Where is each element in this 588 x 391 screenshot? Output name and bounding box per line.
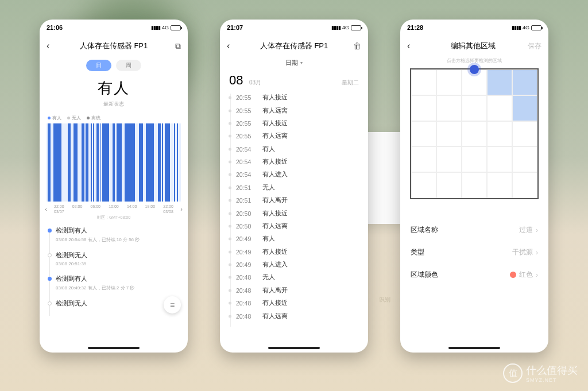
toggle-day[interactable]: 日 (86, 60, 111, 71)
event-item[interactable]: 检测到有人03/08 20:54:58 有人，已持续 10 分 56 秒 (48, 226, 180, 251)
day-number: 08 (229, 73, 243, 87)
chevron-down-icon: ▾ (300, 60, 303, 65)
network-label: 4G (162, 25, 169, 30)
zone-cell[interactable] (462, 172, 487, 198)
chart-legend: 有人 无人 离线 (40, 108, 188, 123)
zone-cell[interactable] (462, 121, 487, 147)
zone-cell[interactable] (411, 146, 436, 172)
zone-cell[interactable] (411, 69, 436, 95)
presence-chart[interactable] (47, 123, 181, 202)
delete-icon[interactable]: 🗑 (350, 41, 361, 51)
zone-cell[interactable] (487, 69, 512, 95)
log-list[interactable]: 20:55有人接近20:55有人远离20:55有人接近20:55有人远离20:5… (220, 91, 368, 327)
zone-cell[interactable] (411, 121, 436, 147)
home-indicator[interactable] (88, 347, 140, 349)
status-time: 21:06 (47, 24, 63, 31)
zone-cell[interactable] (462, 146, 487, 172)
event-item[interactable]: 检测到无人 (48, 299, 180, 316)
day-header: 08 03月 星期二 (220, 73, 368, 91)
event-item[interactable]: 检测到有人03/08 20:49:32 有人，已持续 2 分 7 秒 (48, 274, 180, 299)
signal-icon: ▮▮▮▮ (331, 25, 341, 30)
zone-cell[interactable] (512, 69, 537, 95)
zone-cell[interactable] (436, 172, 462, 198)
battery-icon (351, 25, 361, 30)
setting-zone-name[interactable]: 区域名称 过道› (411, 219, 538, 241)
color-swatch (510, 272, 516, 278)
date-filter[interactable]: 日期▾ (220, 59, 368, 67)
axis-prev[interactable]: ‹ (42, 206, 50, 212)
axis-next[interactable]: › (177, 206, 185, 212)
signal-icon: ▮▮▮▮ (151, 25, 160, 30)
watermark-badge: 值 (503, 363, 523, 383)
zone-settings: 区域名称 过道› 类型 干扰源› 区域颜色 红色› (400, 219, 548, 286)
battery-icon (171, 25, 181, 30)
zone-cell[interactable] (487, 146, 512, 172)
phone-1: 21:06 ▮▮▮▮ 4G ‹ 人体存在传感器 FP1 ⧉ 日 周 有人 最新状… (40, 20, 188, 353)
battery-icon (531, 25, 541, 30)
back-icon[interactable]: ‹ (407, 41, 419, 51)
sensor-beacon-icon (470, 65, 479, 74)
log-item: 20:49有人进入 (229, 258, 359, 271)
page-title: 人体存在传感器 FP1 (238, 41, 350, 51)
setting-zone-color[interactable]: 区域颜色 红色› (411, 264, 538, 286)
back-icon[interactable]: ‹ (227, 41, 238, 51)
status-bar: 21:06 ▮▮▮▮ 4G (40, 20, 188, 36)
home-indicator[interactable] (448, 347, 500, 349)
share-icon[interactable]: ⧉ (169, 41, 181, 51)
range-toggle: 日 周 (40, 60, 188, 71)
zone-cell[interactable] (487, 95, 512, 121)
status-bar: 21:07 ▮▮▮▮ 4G (220, 20, 368, 36)
network-label: 4G (342, 25, 349, 30)
zone-cell[interactable] (487, 172, 512, 198)
zone-cell[interactable] (411, 95, 436, 121)
log-item: 20:54有人接近 (229, 156, 359, 168)
log-item: 20:50有人接近 (229, 207, 359, 219)
zone-cell[interactable] (487, 121, 512, 147)
zone-cell[interactable] (512, 121, 537, 147)
log-item: 20:48有人远离 (229, 309, 359, 322)
network-label: 4G (523, 25, 529, 30)
zone-cell[interactable] (436, 69, 462, 95)
zone-cell[interactable] (512, 95, 537, 121)
home-indicator[interactable] (268, 347, 320, 349)
page-title: 编辑其他区域 (419, 41, 528, 51)
day-month: 03月 (249, 79, 261, 86)
zone-cell[interactable] (436, 95, 462, 121)
setting-zone-type[interactable]: 类型 干扰源› (411, 241, 538, 264)
log-item: 20:54有人 (229, 143, 359, 156)
log-item: 20:55有人远离 (229, 104, 359, 117)
log-item: 20:49有人接近 (229, 246, 359, 258)
timezone-label: 时区：GMT+08:00 (40, 215, 188, 220)
log-item: 20:48有人离开 (229, 284, 359, 297)
log-item: 20:48有人接近 (229, 297, 359, 309)
weekday: 星期二 (342, 79, 359, 87)
zone-cell[interactable] (512, 172, 537, 198)
log-item: 20:51无人 (229, 181, 359, 194)
nav-bar: ‹ 人体存在传感器 FP1 🗑 (220, 36, 368, 56)
log-item: 20:54有人进入 (229, 168, 359, 181)
status-time: 21:28 (407, 24, 423, 31)
zone-cell[interactable] (436, 146, 462, 172)
zone-cell[interactable] (462, 95, 487, 121)
zone-cell[interactable] (512, 146, 537, 172)
save-button[interactable]: 保存 (528, 41, 541, 51)
zone-cell[interactable] (411, 172, 436, 198)
hint-text: 点击方格选择要检测的区域 (400, 57, 548, 64)
status-subtitle: 最新状态 (40, 100, 188, 108)
toggle-week[interactable]: 周 (116, 60, 141, 71)
log-item: 20:48无人 (229, 271, 359, 284)
log-item: 20:51有人离开 (229, 194, 359, 207)
page-title: 人体存在传感器 FP1 (58, 41, 169, 51)
zone-grid[interactable] (410, 68, 539, 199)
zone-cell[interactable] (436, 121, 462, 147)
nav-bar: ‹ 人体存在传感器 FP1 ⧉ (40, 36, 188, 56)
status-text: 有人 (40, 78, 188, 98)
back-icon[interactable]: ‹ (47, 41, 58, 51)
status-time: 21:07 (227, 24, 243, 31)
chevron-right-icon: › (536, 249, 538, 257)
chevron-right-icon: › (536, 271, 538, 279)
event-item[interactable]: 检测到无人03/08 20:51:39 (48, 251, 180, 274)
status-bar: 21:28 ▮▮▮▮ 4G (400, 20, 548, 36)
menu-fab[interactable]: ≡ (164, 296, 181, 313)
phone-3: 21:28 ▮▮▮▮ 4G ‹ 编辑其他区域 保存 点击方格选择要检测的区域 区… (400, 20, 548, 353)
